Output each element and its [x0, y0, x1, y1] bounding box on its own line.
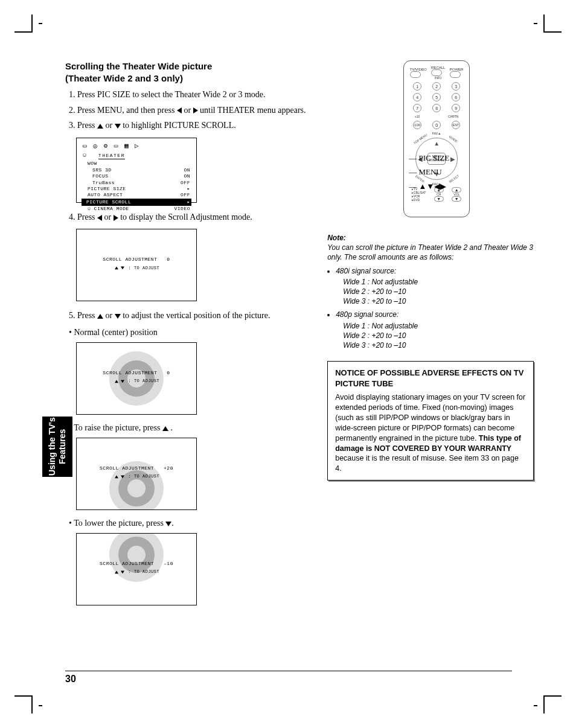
triangle-right-icon [114, 215, 118, 221]
remote-btn-100: 100 [413, 121, 421, 129]
note-src-480i: 480i signal source: Wide 1 : Not adjusta… [336, 266, 534, 307]
remote-btn-0: 0 [432, 121, 441, 129]
note-480p-w2: Wide 2 : +20 to –10 [343, 331, 534, 340]
note-src-480p: 480p signal source: Wide 1 : Not adjusta… [336, 310, 534, 350]
title-line-1: Scrolling the Theater Wide picture [65, 61, 212, 71]
notice-title: NOTICE OF POSSIBLE ADVERSE EFFECTS ON TV… [335, 368, 526, 389]
section-title: Scrolling the Theater Wide picture (Thea… [65, 60, 313, 84]
osd-row-picscroll: PICTURE SCROLL▸ [82, 199, 191, 206]
osd-row-cinema: ☺ CINEMA MODEVIDEO [83, 206, 190, 212]
osd-row-trubass: TruBassOFF [83, 180, 190, 186]
remote-btn-vol-up: ▲ [452, 187, 461, 193]
page-number: 30 [65, 671, 512, 685]
osd-scroll-raise: SCROLL ADJUSTMENT +20 : TO ADJUST [76, 438, 197, 510]
remote-btn-7: 7 [413, 104, 421, 112]
triangle-up-icon [115, 570, 118, 573]
osd-row-focus: FOCUSON [83, 173, 190, 179]
triangle-left-icon [97, 215, 102, 221]
osd-scroll-lower: SCROLL ADJUSTMENT –10 : TO ADJUST [76, 533, 197, 605]
step-2: Press MENU, and then press or until THEA… [77, 104, 313, 117]
triangle-up-icon [97, 124, 103, 129]
callout-picsize: — PIC SIZE [409, 151, 449, 165]
step-4: Press or to display the Scroll Adjustmen… [77, 211, 313, 223]
note-480i-w2: Wide 2 : +20 to –10 [343, 287, 534, 296]
osd-tab-theater: THEATER [98, 153, 125, 159]
osd-scroll-0: SCROLL ADJUSTMENT 0 : TO ADJUST [76, 229, 197, 301]
remote-btn-5: 5 [432, 93, 441, 101]
osd-row-wow: WOW [83, 161, 190, 167]
remote-label-tvvideo: TV/VIDEO [410, 68, 427, 71]
triangle-up-icon [162, 426, 168, 431]
notice-body-2: because it is the result of misuse. See … [335, 454, 519, 473]
callouts: — PIC SIZE — MENU — ▲▼◀▶ [409, 151, 449, 193]
nav-up-icon: ▲ [434, 140, 440, 147]
steps-list-3: Press or to adjust the vertical position… [65, 310, 313, 322]
remote-label-power: POWER [450, 68, 464, 71]
note-block: Note: You can scroll the picture in Thea… [327, 233, 534, 350]
remote-btn-3: 3 [452, 82, 460, 91]
note-480i-w3: Wide 3 : +20 to –10 [343, 296, 534, 306]
note-480i-w1: Wide 1 : Not adjustable [343, 277, 534, 287]
step-3: Press or to highlight PICTURE SCROLL. [77, 120, 313, 132]
bullet-raise: • To raise the picture, press . [69, 423, 313, 433]
remote-illustration: TV/VIDEO RECALLINFO POWER 1 2 3 4 5 6 [403, 60, 470, 217]
triangle-down-icon [165, 522, 171, 526]
note-intro: You can scroll the picture in Theater Wi… [327, 243, 534, 262]
remote-btn-4: 4 [413, 93, 421, 101]
triangle-down-icon [121, 475, 124, 478]
remote-label-recall: RECALL [431, 66, 445, 69]
osd-row-picsize: PICTURE SIZE▸ [83, 186, 190, 192]
triangle-left-icon [177, 107, 182, 113]
remote-btn-tvvideo [410, 71, 421, 78]
remote-btn-ch-dn: ▼ [434, 196, 444, 202]
notice-box: NOTICE OF POSSIBLE ADVERSE EFFECTS ON TV… [327, 361, 534, 481]
nav-right-icon: ▶ [450, 156, 455, 162]
osd-row-srs3d: SRS 3DON [83, 167, 190, 173]
triangle-up-icon [97, 314, 103, 319]
triangle-down-icon [121, 570, 124, 573]
remote-btn-2: 2 [432, 82, 441, 91]
callout-menu: — MENU [409, 165, 449, 179]
triangle-right-icon [193, 107, 198, 113]
osd-scroll-normal: SCROLL ADJUSTMENT 0 : TO ADJUST [76, 342, 197, 415]
triangle-down-icon [121, 266, 124, 269]
step-1: Press PIC SIZE to select the Theater Wid… [77, 89, 313, 101]
triangle-up-icon [115, 380, 118, 383]
remote-btn-1: 1 [413, 82, 421, 91]
triangle-up-icon [115, 266, 118, 269]
bullet-normal: • Normal (center) position [69, 328, 313, 337]
triangle-down-icon [115, 124, 121, 129]
triangle-down-icon [121, 380, 124, 383]
note-title: Note: [327, 233, 534, 243]
side-tab: Using the TV's Features [42, 417, 72, 477]
note-480p-w1: Wide 1 : Not adjustable [343, 321, 534, 331]
remote-btn-9: 9 [452, 104, 460, 112]
target-circle-inner [127, 479, 146, 497]
remote-btn-recall [431, 69, 442, 76]
callout-arrows: — ▲▼◀▶ [409, 179, 449, 193]
remote-btn-6: 6 [452, 93, 460, 101]
osd-row-autoaspect: AUTO ASPECTOFF [83, 192, 190, 198]
note-480p-w3: Wide 3 : +20 to –10 [343, 340, 534, 350]
title-line-2: (Theater Wide 2 and 3 only) [65, 73, 183, 83]
steps-list-2: Press or to display the Scroll Adjustmen… [65, 211, 313, 223]
osd-top-icons: ▭ ◎ ⚙ ▭ ▦ ▷ [83, 142, 190, 150]
remote-btn-vol-dn: ▼ [452, 196, 461, 202]
step-5: Press or to adjust the vertical position… [77, 310, 313, 322]
remote-btn-8: 8 [432, 104, 441, 112]
remote-btn-ent: ENT [452, 121, 460, 129]
triangle-up-icon [115, 475, 118, 478]
triangle-down-icon [115, 314, 121, 319]
osd-theater-menu: ▭ ◎ ⚙ ▭ ▦ ▷ ☺ THEATER WOW SRS 3DON FOCUS… [76, 138, 197, 203]
steps-list: Press PIC SIZE to select the Theater Wid… [65, 89, 313, 132]
remote-btn-power [450, 71, 461, 78]
bullet-lower: • To lower the picture, press . [69, 519, 313, 528]
remote-label-favup: FAV▲ [408, 132, 466, 135]
